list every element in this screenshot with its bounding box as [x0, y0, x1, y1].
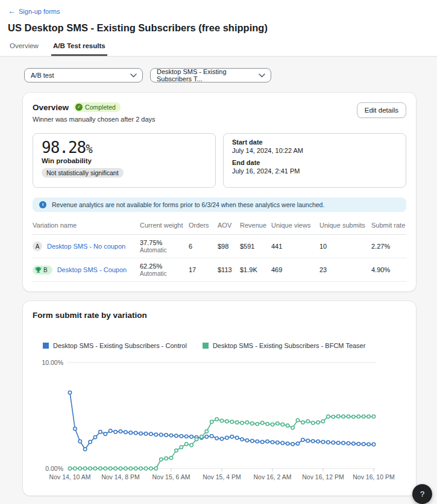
form-select-value: Desktop SMS - Existing Subscribers T... — [157, 68, 254, 82]
svg-text:0.00%: 0.00% — [45, 465, 63, 472]
current-weight-cell: 37.75%Automatic — [140, 239, 189, 254]
column-header: Orders — [189, 222, 218, 229]
page-title: US Desktop SMS - Existing Subscribers (f… — [8, 22, 429, 34]
significance-badge: Not statistically significant — [42, 168, 124, 178]
orders-cell: 6 — [189, 243, 218, 250]
submit-rate-chart: 0.00%10.00%Nov 14, 10 AMNov 14, 8 PMNov … — [33, 354, 406, 484]
column-header: Unique submits — [319, 222, 371, 229]
legend-item: Desktop SMS - Existing Subscribers - BFC… — [203, 342, 365, 349]
start-date-label: Start date — [232, 138, 397, 146]
check-icon: ✓ — [75, 104, 83, 111]
winner-variation-badge: B — [33, 266, 52, 275]
table-row: ADesktop SMS - No coupon37.75%Automatic6… — [33, 235, 406, 258]
tab-ab-test-results[interactable]: A/B Test results — [51, 42, 107, 56]
column-header: Variation name — [33, 222, 140, 229]
svg-text:Nov 14, 10 AM: Nov 14, 10 AM — [49, 473, 91, 481]
current-weight-cell: 62.25%Automatic — [140, 263, 189, 277]
chart-card: Form submit rate by variation Desktop SM… — [23, 301, 416, 496]
chevron-down-icon — [259, 73, 265, 78]
aov-cell: $98 — [218, 243, 240, 250]
filter-row: A/B test Desktop SMS - Existing Subscrib… — [24, 68, 416, 82]
start-date-value: July 14, 2024, 10:22 AM — [232, 147, 397, 154]
variation-badge: A — [33, 241, 42, 251]
metric-type-select-value: A/B test — [31, 72, 54, 79]
win-probability-card: 98.28% Win probability Not statistically… — [33, 133, 216, 188]
variation-link[interactable]: Desktop SMS - Coupon — [57, 266, 127, 273]
page-header: ←Sign-up forms US Desktop SMS - Existing… — [0, 0, 437, 57]
column-header: Submit rate — [371, 222, 406, 229]
variations-table: Variation nameCurrent weightOrdersAOVRev… — [33, 222, 406, 282]
unique-submits-cell: 10 — [319, 243, 371, 250]
aov-cell: $113 — [218, 266, 240, 273]
orders-cell: 17 — [189, 266, 218, 273]
variation-link[interactable]: Desktop SMS - No coupon — [47, 243, 125, 250]
winner-subtitle: Winner was manually chosen after 2 days — [33, 116, 156, 123]
end-date-label: End date — [232, 159, 397, 166]
svg-text:Nov 16, 2 AM: Nov 16, 2 AM — [253, 473, 291, 481]
end-date-value: July 16, 2024, 2:41 PM — [232, 167, 397, 175]
form-select[interactable]: Desktop SMS - Existing Subscribers T... — [150, 68, 271, 82]
variations-table-body: ADesktop SMS - No coupon37.75%Automatic6… — [33, 235, 406, 282]
legend-swatch — [203, 343, 209, 349]
info-icon: i — [39, 201, 46, 208]
svg-text:Nov 16, 12 PM: Nov 16, 12 PM — [302, 473, 344, 481]
back-link[interactable]: ←Sign-up forms — [8, 7, 60, 15]
column-header: Revenue — [240, 222, 271, 229]
unique-submits-cell: 23 — [319, 266, 371, 273]
legend-swatch — [43, 343, 49, 349]
variations-table-head: Variation nameCurrent weightOrdersAOVRev… — [33, 222, 406, 235]
revenue-cell: $1.9K — [240, 266, 271, 273]
win-probability-label: Win probability — [42, 157, 207, 164]
metric-type-select[interactable]: A/B test — [24, 68, 143, 82]
back-arrow-icon: ← — [8, 7, 16, 15]
column-header: AOV — [218, 222, 240, 229]
chart-legend: Desktop SMS - Existing Subscribers - Con… — [43, 342, 406, 349]
edit-details-button[interactable]: Edit details — [357, 102, 406, 118]
help-button[interactable]: ? — [412, 484, 432, 504]
status-badge: ✓ Completed — [74, 102, 121, 112]
column-header: Unique views — [271, 222, 319, 229]
svg-text:Nov 14, 8 PM: Nov 14, 8 PM — [101, 473, 140, 481]
win-probability-value: 98.28% — [42, 138, 207, 157]
unique-views-cell: 469 — [271, 266, 319, 273]
unique-views-cell: 441 — [271, 243, 319, 250]
overview-heading: Overview — [33, 103, 69, 112]
svg-text:Nov 15, 6 AM: Nov 15, 6 AM — [152, 473, 190, 481]
svg-text:Nov 16, 10 PM: Nov 16, 10 PM — [353, 473, 394, 481]
chevron-down-icon — [130, 73, 137, 78]
tab-bar: Overview A/B Test results — [8, 42, 429, 56]
dates-card: Start date July 14, 2024, 10:22 AM End d… — [223, 133, 406, 188]
svg-text:10.00%: 10.00% — [42, 359, 63, 366]
svg-text:Nov 15, 4 PM: Nov 15, 4 PM — [203, 473, 241, 481]
submit-rate-cell: 2.27% — [371, 243, 406, 250]
chart-title: Form submit rate by variation — [33, 311, 406, 320]
info-banner-text: Revenue analytics are not available for … — [52, 201, 324, 208]
legend-item: Desktop SMS - Existing Subscribers - Con… — [43, 342, 187, 349]
revenue-cell: $591 — [240, 243, 271, 250]
info-banner: i Revenue analytics are not available fo… — [33, 198, 406, 212]
main-content: A/B test Desktop SMS - Existing Subscrib… — [0, 57, 437, 496]
table-row: BDesktop SMS - Coupon62.25%Automatic17$1… — [33, 258, 406, 282]
tab-overview[interactable]: Overview — [8, 42, 40, 56]
back-link-label: Sign-up forms — [19, 8, 60, 15]
trophy-icon — [35, 267, 42, 273]
column-header: Current weight — [140, 222, 189, 229]
overview-card: Overview ✓ Completed Winner was manually… — [23, 93, 416, 291]
submit-rate-cell: 4.90% — [371, 266, 406, 273]
